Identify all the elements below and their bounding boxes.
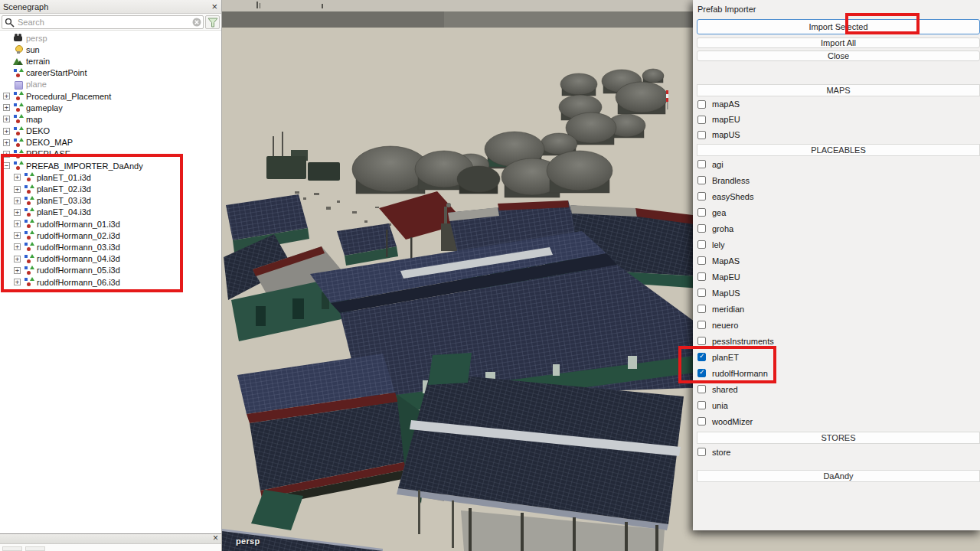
expander-icon[interactable]: + <box>14 220 21 227</box>
checkbox[interactable] <box>697 353 706 361</box>
checkbox[interactable] <box>697 224 706 233</box>
expander-icon[interactable]: + <box>14 243 21 250</box>
checkbox[interactable] <box>697 289 706 297</box>
expander-icon[interactable]: + <box>14 197 21 204</box>
giants-editor-window: persp Scenegraph × persp <box>0 0 980 551</box>
tree-item[interactable]: + Procedural_Placement <box>0 90 221 102</box>
checkbox-row[interactable]: mapUS <box>693 127 980 142</box>
expander-icon[interactable]: + <box>14 174 21 181</box>
tree-item[interactable]: + rudolfHormann_04.i3d <box>0 253 221 265</box>
tree-item[interactable]: + gameplay <box>0 102 221 113</box>
checkbox-row[interactable]: lely <box>693 236 980 253</box>
checkbox-row[interactable]: mapEU <box>693 112 980 127</box>
checkbox[interactable] <box>697 448 706 456</box>
expander-icon[interactable]: + <box>3 151 10 158</box>
tree-item[interactable]: − PREFAB_IMPORTER_DaAndy <box>0 160 221 171</box>
checkbox[interactable] <box>697 208 706 217</box>
expander-icon[interactable]: + <box>14 186 21 193</box>
checkbox-label: store <box>712 448 730 457</box>
import-selected-button[interactable]: Import Selected <box>697 19 980 34</box>
tree-item[interactable]: + rudolfHormann_05.i3d <box>0 265 221 276</box>
expander-icon[interactable]: + <box>14 256 21 262</box>
expander-icon[interactable]: + <box>3 104 10 111</box>
checkbox-row[interactable]: Brandless <box>693 172 980 188</box>
tree-item[interactable]: + PREPLASE <box>0 148 221 160</box>
tree-item[interactable]: + planET_01.i3d <box>0 171 221 183</box>
close-icon[interactable]: × <box>211 1 217 13</box>
toolbar-button[interactable] <box>25 546 45 551</box>
checkbox[interactable] <box>697 131 706 139</box>
checkbox[interactable] <box>697 385 706 393</box>
tree-item[interactable]: plane <box>0 79 221 90</box>
checkbox-row[interactable]: meridian <box>693 301 980 317</box>
checkbox-row[interactable]: mapAS <box>693 96 980 112</box>
expander-icon[interactable]: + <box>3 128 10 135</box>
node-type-icon <box>13 56 23 66</box>
toolbar-button[interactable] <box>2 546 22 551</box>
checkbox[interactable] <box>697 100 706 109</box>
import-all-button[interactable]: Import All <box>697 37 980 48</box>
tree-item-label: Procedural_Placement <box>26 92 111 101</box>
expander-icon[interactable]: − <box>3 162 10 169</box>
checkbox-row[interactable]: MapEU <box>693 269 980 285</box>
search-input[interactable] <box>2 15 204 29</box>
checkbox-row[interactable]: agi <box>693 156 980 172</box>
checkbox[interactable] <box>697 116 706 124</box>
checkbox-label: groha <box>712 224 733 233</box>
checkbox[interactable] <box>697 240 706 249</box>
checkbox[interactable] <box>697 417 706 425</box>
tree-item[interactable]: + map <box>0 113 221 125</box>
tree-item[interactable]: + rudolfHormann_01.i3d <box>0 218 221 230</box>
tree-item-label: rudolfHormann_05.i3d <box>37 266 120 275</box>
checkbox[interactable] <box>697 305 706 313</box>
expander-icon[interactable]: + <box>14 267 21 274</box>
tree-item[interactable]: terrain <box>0 55 221 67</box>
checkbox-label: agi <box>712 160 724 169</box>
tree-item[interactable]: + rudolfHormann_06.i3d <box>0 276 221 288</box>
checkbox-row[interactable]: gea <box>693 204 980 220</box>
expander-icon[interactable]: + <box>3 93 10 99</box>
checkbox-row[interactable]: easySheds <box>693 188 980 204</box>
checkbox[interactable] <box>697 192 706 201</box>
checkbox[interactable] <box>697 337 706 345</box>
expander-icon[interactable]: + <box>14 209 21 216</box>
clear-search-icon[interactable] <box>192 18 201 27</box>
tree-item[interactable]: + DEKO <box>0 126 221 137</box>
checkbox-row[interactable]: planET <box>693 349 980 365</box>
expander-icon[interactable]: + <box>14 232 21 239</box>
tree-item[interactable]: + planET_02.i3d <box>0 183 221 194</box>
checkbox[interactable] <box>697 369 706 377</box>
checkbox[interactable] <box>697 176 706 184</box>
checkbox-row[interactable]: groha <box>693 220 980 236</box>
expander-icon[interactable]: + <box>14 279 21 285</box>
tree-item[interactable]: + rudolfHormann_02.i3d <box>0 230 221 241</box>
tree-item[interactable]: + planET_04.i3d <box>0 207 221 218</box>
tree-item[interactable]: sun <box>0 44 221 55</box>
checkbox-row[interactable]: neuero <box>693 317 980 333</box>
checkbox[interactable] <box>697 401 706 409</box>
checkbox[interactable] <box>697 256 706 265</box>
checkbox-row[interactable]: pessInstruments <box>693 333 980 349</box>
checkbox-row[interactable]: woodMizer <box>693 413 980 429</box>
checkbox[interactable] <box>697 321 706 329</box>
close-icon[interactable]: × <box>213 532 218 544</box>
checkbox-row[interactable]: unia <box>693 397 980 413</box>
tree-item[interactable]: + DEKO_MAP <box>0 137 221 148</box>
checkbox-row[interactable]: MapUS <box>693 285 980 301</box>
expander-icon[interactable]: + <box>3 116 10 122</box>
expander-icon[interactable]: + <box>3 139 10 146</box>
scenegraph-tree: persp sun terrain careerStartPoint plane… <box>0 31 221 533</box>
tree-item[interactable]: persp <box>0 32 221 44</box>
filter-button[interactable] <box>205 15 220 29</box>
checkbox-row[interactable]: shared <box>693 381 980 397</box>
tree-item[interactable]: + planET_03.i3d <box>0 195 221 207</box>
tree-item[interactable]: careerStartPoint <box>0 67 221 79</box>
checkbox[interactable] <box>697 272 706 281</box>
tree-item[interactable]: + rudolfHormann_03.i3d <box>0 241 221 253</box>
close-button[interactable]: Close <box>697 51 980 61</box>
checkbox-row[interactable]: rudolfHormann <box>693 365 980 381</box>
checkbox-row[interactable]: store <box>693 444 980 460</box>
node-type-icon <box>24 266 34 276</box>
checkbox-row[interactable]: MapAS <box>693 253 980 269</box>
checkbox[interactable] <box>697 160 706 168</box>
